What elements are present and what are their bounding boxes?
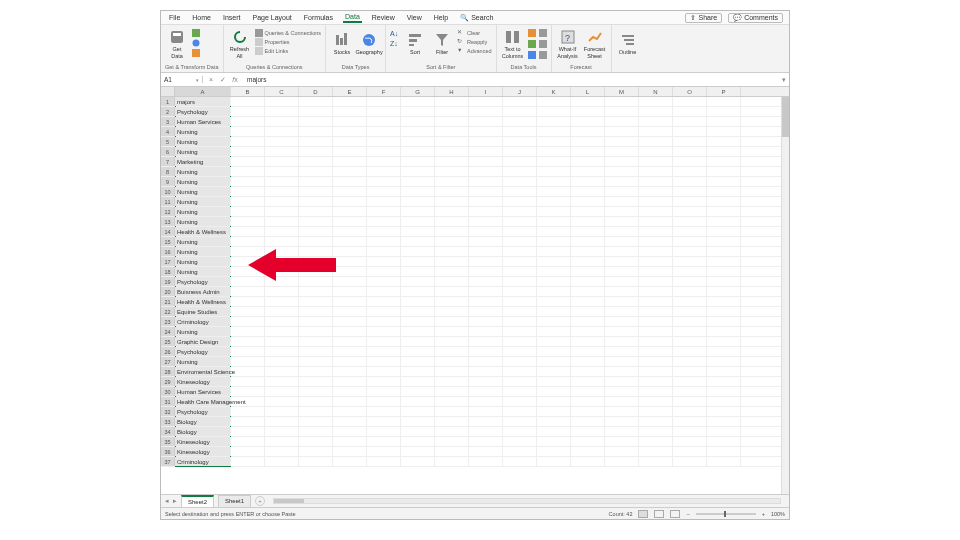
- cell[interactable]: [231, 157, 265, 166]
- cell[interactable]: [537, 97, 571, 106]
- cell[interactable]: [265, 197, 299, 206]
- cell[interactable]: [605, 247, 639, 256]
- cell[interactable]: [367, 277, 401, 286]
- cell[interactable]: [299, 447, 333, 456]
- cell[interactable]: [503, 127, 537, 136]
- cell[interactable]: [605, 327, 639, 336]
- cell[interactable]: [231, 217, 265, 226]
- cell[interactable]: [401, 227, 435, 236]
- cell[interactable]: [367, 377, 401, 386]
- cell[interactable]: [401, 337, 435, 346]
- cell[interactable]: [673, 127, 707, 136]
- cell[interactable]: Health & Wellness: [175, 227, 231, 236]
- cell[interactable]: [707, 127, 741, 136]
- menu-data[interactable]: Data: [343, 12, 362, 23]
- cell[interactable]: [367, 237, 401, 246]
- properties-button[interactable]: Properties: [255, 38, 322, 46]
- cell[interactable]: [435, 117, 469, 126]
- cell[interactable]: [231, 267, 265, 276]
- cell[interactable]: [469, 257, 503, 266]
- cell[interactable]: [605, 217, 639, 226]
- cell[interactable]: [673, 137, 707, 146]
- cell[interactable]: [537, 137, 571, 146]
- cell[interactable]: [299, 277, 333, 286]
- cell[interactable]: [673, 457, 707, 466]
- cell[interactable]: [367, 227, 401, 236]
- cell[interactable]: [333, 157, 367, 166]
- cell[interactable]: [265, 107, 299, 116]
- cell[interactable]: [265, 277, 299, 286]
- cell[interactable]: [435, 407, 469, 416]
- cell[interactable]: [571, 177, 605, 186]
- cell[interactable]: [367, 187, 401, 196]
- row-header[interactable]: 20: [161, 287, 175, 296]
- cell[interactable]: [435, 227, 469, 236]
- cell[interactable]: [503, 377, 537, 386]
- cell[interactable]: [265, 407, 299, 416]
- cell[interactable]: [673, 367, 707, 376]
- cell[interactable]: [673, 187, 707, 196]
- cell[interactable]: [605, 407, 639, 416]
- cell[interactable]: [571, 157, 605, 166]
- fx-icon[interactable]: fx: [231, 76, 239, 84]
- cell[interactable]: Nursing: [175, 127, 231, 136]
- cell[interactable]: [537, 377, 571, 386]
- cell[interactable]: Marketing: [175, 157, 231, 166]
- row-header[interactable]: 17: [161, 257, 175, 266]
- cell[interactable]: [571, 97, 605, 106]
- cell[interactable]: [299, 287, 333, 296]
- from-text-icon[interactable]: [192, 29, 200, 38]
- cell[interactable]: [571, 387, 605, 396]
- cell[interactable]: [469, 387, 503, 396]
- cell[interactable]: [673, 417, 707, 426]
- cell[interactable]: [333, 367, 367, 376]
- cell[interactable]: [469, 357, 503, 366]
- cell[interactable]: [401, 97, 435, 106]
- cell[interactable]: [673, 387, 707, 396]
- cell[interactable]: [605, 177, 639, 186]
- cell[interactable]: Equine Studies: [175, 307, 231, 316]
- cell[interactable]: [571, 377, 605, 386]
- data-validation-icon[interactable]: [528, 51, 536, 60]
- cell[interactable]: [503, 187, 537, 196]
- formula-input[interactable]: majors: [243, 76, 779, 83]
- cell[interactable]: [605, 97, 639, 106]
- cell[interactable]: [503, 457, 537, 466]
- sort-az-icon[interactable]: A↓: [390, 29, 400, 38]
- cell[interactable]: [707, 417, 741, 426]
- cell[interactable]: [537, 347, 571, 356]
- cell[interactable]: [401, 327, 435, 336]
- cell[interactable]: [401, 357, 435, 366]
- cell[interactable]: [503, 117, 537, 126]
- cell[interactable]: [333, 297, 367, 306]
- row-header[interactable]: 10: [161, 187, 175, 196]
- cell[interactable]: Nursing: [175, 187, 231, 196]
- cell[interactable]: [639, 207, 673, 216]
- cell[interactable]: [299, 377, 333, 386]
- cell[interactable]: [639, 107, 673, 116]
- cell[interactable]: [605, 107, 639, 116]
- cell[interactable]: [401, 207, 435, 216]
- cell[interactable]: [707, 177, 741, 186]
- cell[interactable]: [605, 127, 639, 136]
- cell[interactable]: [401, 277, 435, 286]
- col-header-J[interactable]: J: [503, 87, 537, 96]
- cell[interactable]: [435, 217, 469, 226]
- cell[interactable]: [367, 327, 401, 336]
- cell[interactable]: [265, 287, 299, 296]
- cell[interactable]: [401, 137, 435, 146]
- cell[interactable]: [333, 247, 367, 256]
- cell[interactable]: [265, 117, 299, 126]
- cell[interactable]: [231, 107, 265, 116]
- cell[interactable]: [639, 417, 673, 426]
- cell[interactable]: [571, 447, 605, 456]
- whatif-button[interactable]: ? What-If Analysis: [556, 27, 580, 61]
- name-box[interactable]: A1▾: [161, 76, 203, 83]
- cell[interactable]: [707, 347, 741, 356]
- menu-home[interactable]: Home: [190, 13, 213, 22]
- cell[interactable]: [401, 197, 435, 206]
- cell[interactable]: [435, 327, 469, 336]
- cell[interactable]: [435, 197, 469, 206]
- view-pagelayout-button[interactable]: [654, 510, 664, 518]
- cell[interactable]: [605, 267, 639, 276]
